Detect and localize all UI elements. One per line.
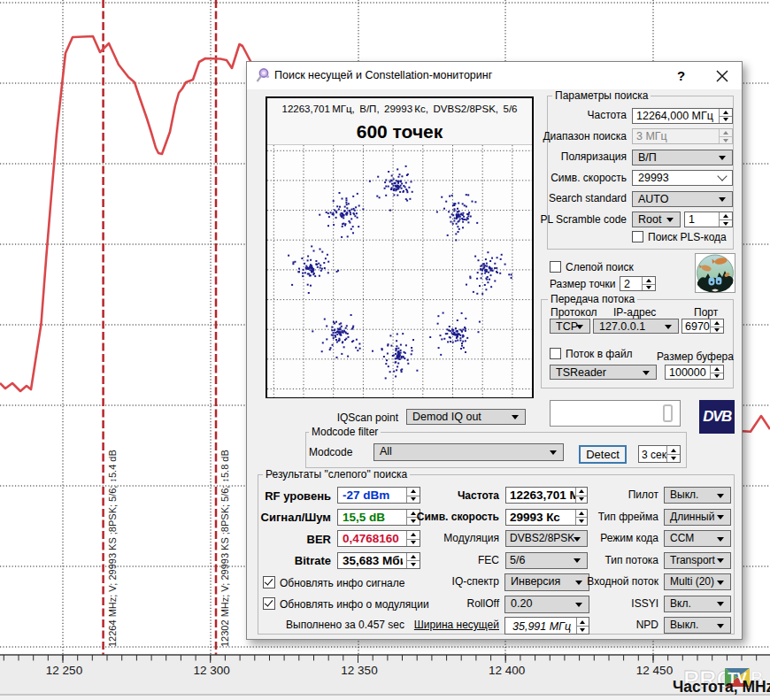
svg-text:12 250: 12 250	[46, 664, 82, 677]
svg-text:12 400: 12 400	[489, 664, 525, 677]
svg-text:12264 MHz; V; 29993 KS ;8PSK;: 12264 MHz; V; 29993 KS ;8PSK; 5/6; ↕5.4 …	[107, 450, 118, 647]
svg-text:12302 MHz; V; 29993 KS ;8PSK;: 12302 MHz; V; 29993 KS ;8PSK; 5/6; ↕5.8 …	[219, 450, 230, 647]
svg-text:12 450: 12 450	[636, 664, 673, 677]
svg-text:Частота, MHz: Частота, MHz	[673, 678, 770, 696]
svg-text:12 300: 12 300	[194, 664, 230, 677]
svg-text:12 350: 12 350	[341, 664, 377, 677]
